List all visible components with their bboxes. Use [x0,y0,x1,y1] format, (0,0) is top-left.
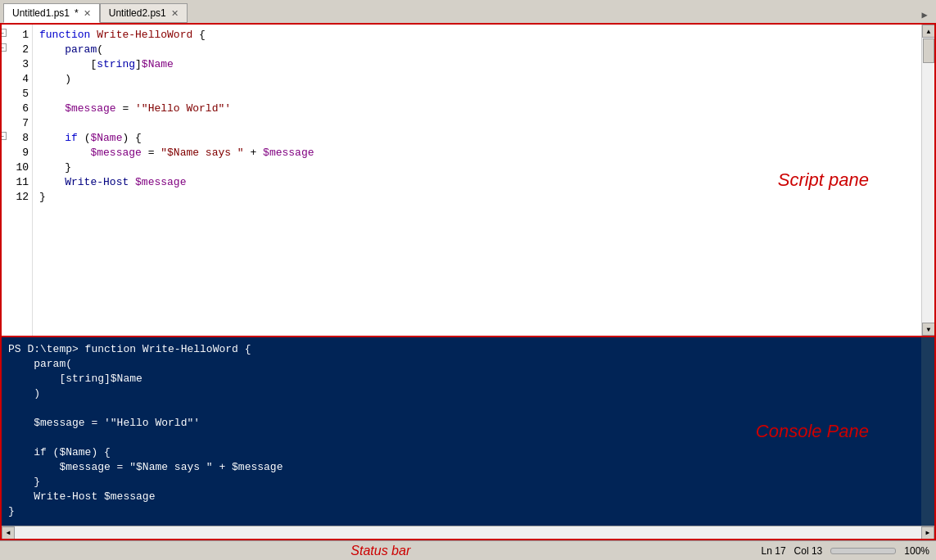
line-number-11: 11 [7,175,29,190]
tab-untitled2-close[interactable]: ✕ [171,8,179,19]
code-line-5 [39,87,915,102]
zoom-slider[interactable] [830,548,896,554]
console-line-2: [string]$Name [8,372,928,386]
code-line-1: function Write-HelloWord { [39,28,915,43]
script-scrollbar-y[interactable]: ▲ ▼ [921,25,934,336]
line-numbers: −1−234567−89101112 [2,25,33,336]
console-line-6 [8,431,928,445]
line-number-4: 4 [7,72,29,87]
collapse-btn-8[interactable]: − [2,132,7,140]
script-pane: −1−234567−89101112 function Write-HelloW… [2,25,934,337]
console-line-9: } [8,475,928,490]
console-line-1: param( [8,357,928,372]
scroll-down-btn[interactable]: ▼ [922,323,934,336]
console-line-5: $message = '"Hello World"' [8,416,928,431]
console-line-7: if ($Name) { [8,445,928,460]
line-number-5: 5 [7,87,29,102]
code-line-10: } [39,160,915,175]
tab-untitled1[interactable]: Untitled1.ps1 * ✕ [3,3,100,23]
scroll-track[interactable] [922,38,934,323]
line-number-12: 12 [7,190,29,205]
console-line-11: } [8,504,928,519]
hscroll-track[interactable] [15,526,921,539]
line-number-8: −8 [7,131,29,146]
main-area: −1−234567−89101112 function Write-HelloW… [0,23,936,540]
status-bar-label: Status bar [0,544,762,558]
console-line-4 [8,401,928,416]
tab-untitled1-label: Untitled1.ps1 [12,7,70,19]
code-area[interactable]: function Write-HelloWord { param( [strin… [33,25,921,336]
status-ln: Ln 17 [762,545,786,557]
code-line-12: } [39,190,915,205]
zoom-percent: 100% [904,545,929,557]
console-content[interactable]: PS D:\temp> function Write-HelloWord { p… [2,337,934,526]
tab-bar: Untitled1.ps1 * ✕ Untitled2.ps1 ✕ ▶ [0,0,936,23]
status-info: Ln 17 Col 13 100% [762,545,936,557]
code-line-4: ) [39,72,915,87]
hscroll-right-btn[interactable]: ▶ [921,526,934,540]
tab-scroll-right[interactable]: ▶ [916,7,933,23]
line-number-9: 9 [7,146,29,160]
code-line-7 [39,116,915,131]
console-line-12 [8,519,928,526]
code-line-6: $message = '"Hello World"' [39,102,915,116]
console-line-8: $message = "$Name says " + $message [8,460,928,475]
line-number-10: 10 [7,160,29,175]
code-line-8: if ($Name) { [39,131,915,146]
console-line-3: ) [8,386,928,401]
console-pane: PS D:\temp> function Write-HelloWord { p… [2,337,934,526]
line-number-3: 3 [7,57,29,72]
console-line-0: PS D:\temp> function Write-HelloWord { [8,342,928,357]
tab-untitled2-label: Untitled2.ps1 [109,7,166,19]
line-number-6: 6 [7,102,29,116]
console-line-10: Write-Host $message [8,490,928,504]
status-col: Col 13 [794,545,823,557]
code-line-11: Write-Host $message [39,175,915,190]
tab-untitled1-modified: * [75,7,79,19]
code-line-2: param( [39,43,915,57]
collapse-btn-2[interactable]: − [2,43,7,52]
collapse-btn-1[interactable]: − [2,29,7,37]
tab-untitled1-close[interactable]: ✕ [84,8,91,19]
line-number-1: −1 [7,28,29,43]
line-number-7: 7 [7,116,29,131]
status-bar: Status bar Ln 17 Col 13 100% [0,540,936,560]
code-line-9: $message = "$Name says " + $message [39,146,915,160]
tab-untitled2[interactable]: Untitled2.ps1 ✕ [100,3,188,23]
console-scrollbar[interactable] [921,337,934,526]
horizontal-scrollbar[interactable]: ◀ ▶ [2,526,934,539]
code-line-3: [string]$Name [39,57,915,72]
scroll-up-btn[interactable]: ▲ [922,25,934,38]
line-number-2: −2 [7,43,29,57]
scroll-thumb[interactable] [923,38,934,63]
hscroll-left-btn[interactable]: ◀ [2,526,15,540]
